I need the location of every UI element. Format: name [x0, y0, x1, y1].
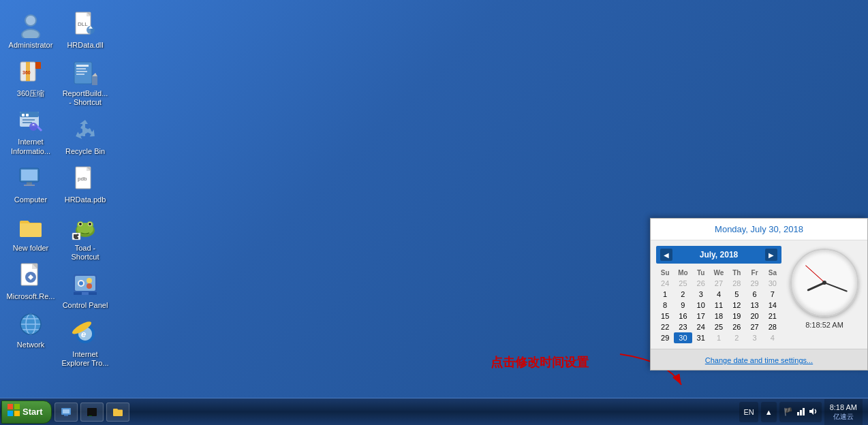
- tray-language: EN: [739, 402, 758, 422]
- icon-hrdata-dll[interactable]: DLL HRData.dll: [58, 7, 112, 54]
- dll-icon: DLL: [72, 11, 99, 38]
- network-label: Network: [17, 341, 44, 349]
- icon-computer[interactable]: Computer: [3, 161, 58, 208]
- recycle-label: Recycle Bin: [65, 147, 105, 156]
- cal-dow-fr: Fr: [745, 268, 763, 278]
- calendar-day-cell[interactable]: 11: [710, 300, 728, 311]
- icon-administrator[interactable]: Administrator: [3, 7, 58, 54]
- start-button[interactable]: Start: [1, 400, 52, 424]
- annotation-text: 点击修改时间设置: [491, 354, 589, 371]
- calendar-day-cell[interactable]: 31: [692, 332, 710, 343]
- calendar-next-button[interactable]: ▶: [765, 249, 777, 261]
- icon-controlpanel[interactable]: Control Panel: [58, 267, 112, 314]
- tray-lang-label: EN: [743, 408, 754, 416]
- calendar-day-cell[interactable]: 15: [656, 311, 674, 321]
- computer-icon: [17, 166, 44, 193]
- calendar-day-cell[interactable]: 5: [728, 289, 745, 300]
- calendar-prev-button[interactable]: ◀: [660, 249, 672, 261]
- calendar-day-cell[interactable]: 26: [692, 278, 710, 289]
- calendar-day-cell[interactable]: 3: [692, 289, 710, 300]
- calendar-day-cell[interactable]: 19: [728, 311, 745, 321]
- calendar-header-date: Monday, July 30, 2018: [651, 219, 867, 240]
- server-manager-icon: [61, 407, 72, 418]
- svg-rect-37: [76, 68, 86, 69]
- calendar-day-cell[interactable]: 18: [710, 311, 728, 321]
- change-datetime-link[interactable]: Change date and time settings...: [705, 356, 813, 364]
- calendar-day-cell[interactable]: 29: [745, 278, 763, 289]
- microsoftre-label: Microsoft.Re...: [7, 292, 55, 301]
- recycle-icon: [72, 117, 99, 144]
- calendar-day-cell[interactable]: 12: [728, 300, 745, 311]
- calendar-day-cell[interactable]: 8: [656, 300, 674, 311]
- calendar-day-cell[interactable]: 27: [710, 278, 728, 289]
- calendar-day-cell[interactable]: 10: [692, 300, 710, 311]
- icon-reportbuild[interactable]: ReportBuild... - Shortcut: [58, 55, 112, 111]
- icon-microsoftre[interactable]: Microsoft.Re...: [3, 258, 58, 305]
- taskbar-server-manager-button[interactable]: [55, 403, 78, 422]
- calendar-day-cell[interactable]: 7: [764, 289, 781, 300]
- calendar-day-cell[interactable]: 9: [674, 300, 692, 311]
- desktop-icons-container: Administrator 360 360压缩: [0, 0, 116, 398]
- calendar-day-cell[interactable]: 22: [656, 321, 674, 332]
- calendar-day-cell[interactable]: 20: [745, 311, 763, 321]
- icon-toad[interactable]: Toad - Shortcut: [58, 210, 112, 266]
- calendar-day-cell[interactable]: 2: [728, 332, 745, 343]
- ie-icon: e: [72, 320, 99, 347]
- calendar-left: ◀ July, 2018 ▶ Su Mo Tu We Th Fr Sa: [656, 246, 781, 343]
- calendar-day-cell[interactable]: 27: [745, 321, 763, 332]
- icon-ie[interactable]: e Internet Explorer Tro...: [58, 316, 112, 372]
- calendar-day-cell[interactable]: 28: [764, 321, 781, 332]
- tray-up-icon: ▲: [765, 408, 773, 416]
- calendar-week-row: 15161718192021: [656, 311, 781, 321]
- calendar-day-cell[interactable]: 30: [764, 278, 781, 289]
- reportbuild-label: ReportBuild... - Shortcut: [61, 89, 110, 107]
- calendar-day-cell[interactable]: 26: [728, 321, 745, 332]
- calendar-day-cell[interactable]: 6: [745, 289, 763, 300]
- calendar-week-row: 1234567: [656, 289, 781, 300]
- svg-rect-18: [27, 182, 32, 185]
- clock-minute-hand: [824, 282, 848, 292]
- 360compress-label: 360压缩: [17, 89, 44, 98]
- svg-text:360: 360: [22, 70, 31, 75]
- calendar-day-cell[interactable]: 2: [674, 289, 692, 300]
- calendar-day-cell[interactable]: 29: [656, 332, 674, 343]
- calendar-popup: Monday, July 30, 2018 ◀ July, 2018 ▶ Su …: [650, 218, 868, 371]
- calendar-day-cell[interactable]: 17: [692, 311, 710, 321]
- administrator-label: Administrator: [9, 41, 53, 50]
- calendar-day-cell[interactable]: 3: [745, 332, 763, 343]
- icon-newfolder[interactable]: New folder: [3, 210, 58, 257]
- icon-recycle[interactable]: Recycle Bin: [58, 113, 112, 160]
- network-icon: [17, 311, 44, 338]
- iis-label: Internet Informatio...: [6, 138, 55, 155]
- taskbar-tray: EN ▲ 🏴 8:18 AM 亿速云: [734, 399, 868, 425]
- clock-second-hand: [805, 265, 824, 283]
- svg-text:DLL: DLL: [78, 21, 88, 27]
- icon-iis[interactable]: Internet Informatio...: [3, 104, 58, 159]
- calendar-day-cell[interactable]: 1: [710, 332, 728, 343]
- icon-hrdata-pdb[interactable]: pdb HRData.pdb: [58, 161, 112, 208]
- svg-rect-77: [803, 408, 805, 415]
- clock-display[interactable]: 8:18 AM 亿速云: [824, 399, 863, 425]
- calendar-day-cell[interactable]: 28: [728, 278, 745, 289]
- calendar-day-cell[interactable]: 23: [674, 321, 692, 332]
- svg-rect-39: [76, 74, 84, 75]
- svg-rect-75: [797, 412, 799, 415]
- calendar-day-cell[interactable]: 4: [764, 332, 781, 343]
- taskbar-explorer-button[interactable]: [106, 403, 129, 422]
- calendar-day-cell[interactable]: 13: [745, 300, 763, 311]
- calendar-day-cell[interactable]: 16: [674, 311, 692, 321]
- calendar-day-cell[interactable]: 1: [656, 289, 674, 300]
- explorer-icon: [112, 407, 123, 418]
- icon-360compress[interactable]: 360 360压缩: [3, 55, 58, 102]
- calendar-day-cell[interactable]: 24: [692, 321, 710, 332]
- calendar-day-cell[interactable]: 30: [674, 332, 692, 343]
- calendar-day-cell[interactable]: 25: [710, 321, 728, 332]
- taskbar-cmd-button[interactable]: _: [80, 403, 104, 422]
- calendar-day-cell[interactable]: 4: [710, 289, 728, 300]
- calendar-day-cell[interactable]: 14: [764, 300, 781, 311]
- calendar-day-cell[interactable]: 24: [656, 278, 674, 289]
- calendar-body-rows: 2425262728293012345678910111213141516171…: [656, 278, 781, 343]
- calendar-day-cell[interactable]: 21: [764, 311, 781, 321]
- calendar-day-cell[interactable]: 25: [674, 278, 692, 289]
- icon-network[interactable]: Network: [3, 306, 58, 353]
